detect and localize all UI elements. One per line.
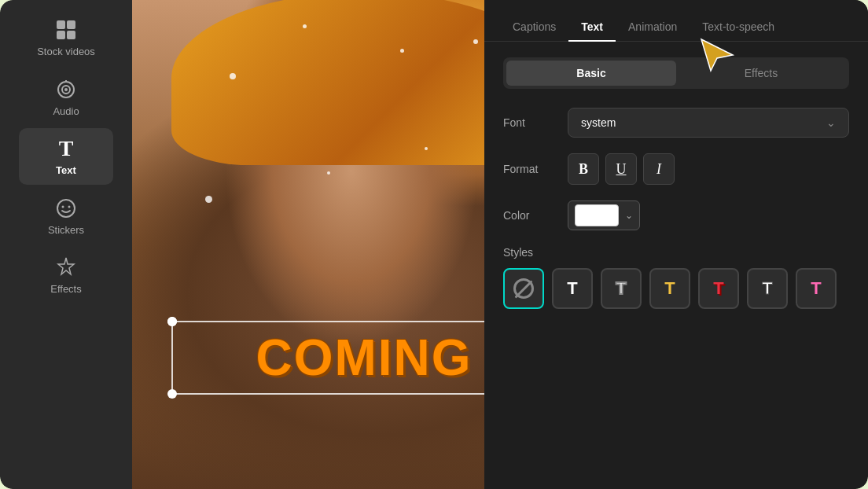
svg-point-6 — [64, 88, 68, 91]
font-dropdown-icon: ⌄ — [826, 116, 836, 129]
sub-tab-basic[interactable]: Basic — [506, 61, 676, 86]
corner-handle-tl[interactable] — [167, 317, 177, 326]
stickers-icon — [53, 196, 79, 221]
style-pink-button[interactable]: T — [796, 268, 837, 309]
style-white-button[interactable]: T — [747, 268, 788, 309]
style-red-icon: T — [713, 278, 723, 299]
style-yellow-icon: T — [664, 278, 675, 299]
svg-marker-11 — [58, 258, 74, 274]
style-pink-icon: T — [811, 278, 821, 299]
font-select[interactable]: system ⌄ — [568, 108, 849, 138]
tab-animation[interactable]: Animation — [616, 13, 690, 41]
font-value: system — [581, 116, 616, 129]
effects-label: Effects — [50, 283, 82, 296]
effects-icon — [53, 255, 79, 280]
svg-point-8 — [57, 200, 75, 217]
italic-button[interactable]: I — [643, 153, 675, 185]
sidebar-item-effects[interactable]: Effects — [19, 247, 113, 303]
style-none-button[interactable] — [503, 268, 544, 309]
color-box — [575, 204, 619, 226]
color-label: Color — [503, 209, 558, 222]
stock-videos-icon — [53, 17, 79, 42]
color-row: Color ⌄ — [503, 200, 849, 230]
svg-point-10 — [68, 205, 71, 208]
sidebar-item-stock-videos[interactable]: Stock videos — [19, 9, 113, 66]
color-dropdown-icon: ⌄ — [625, 210, 633, 221]
tab-text[interactable]: Text — [568, 13, 616, 41]
no-style-icon — [513, 278, 534, 299]
format-label: Format — [503, 163, 558, 175]
stickers-label: Stickers — [48, 224, 84, 237]
style-outline-icon: T — [616, 278, 626, 299]
audio-label: Audio — [53, 105, 79, 118]
svg-point-9 — [62, 205, 64, 208]
format-row: Format B U I — [503, 153, 849, 185]
style-yellow-button[interactable]: T — [649, 268, 690, 309]
style-plain-button[interactable]: T — [552, 268, 593, 309]
svg-rect-2 — [57, 31, 65, 39]
style-red-button[interactable]: T — [698, 268, 739, 309]
corner-handle-bl[interactable] — [167, 389, 177, 399]
sub-tab-effects[interactable]: Effects — [676, 61, 846, 86]
svg-rect-0 — [57, 20, 65, 29]
sidebar-item-stickers[interactable]: Stickers — [19, 188, 113, 244]
tab-captions[interactable]: Captions — [500, 13, 568, 41]
style-white-icon: T — [762, 278, 772, 299]
style-plain-icon: T — [567, 278, 577, 299]
sidebar: Stock videos Audio T Text — [0, 0, 132, 489]
font-row: Font system ⌄ — [503, 108, 849, 138]
color-swatch[interactable]: ⌄ — [568, 200, 640, 230]
bold-button[interactable]: B — [568, 153, 599, 185]
text-icon: T — [53, 136, 79, 161]
style-outline-button[interactable]: T — [601, 268, 642, 309]
sidebar-item-text[interactable]: T Text — [19, 128, 113, 185]
format-buttons: B U I — [568, 153, 675, 185]
font-label: Font — [503, 116, 558, 129]
right-panel: Captions Text Animation Text-to-speech B… — [484, 0, 868, 489]
tabs-row: Captions Text Animation Text-to-speech — [484, 0, 868, 42]
sidebar-item-audio[interactable]: Audio — [19, 69, 113, 126]
styles-row: T T T T T — [503, 268, 849, 309]
sub-tabs: Basic Effects — [503, 57, 849, 89]
styles-label: Styles — [503, 246, 849, 259]
canvas-text-content: COMING — [256, 329, 472, 387]
stock-videos-label: Stock videos — [37, 46, 95, 58]
svg-rect-1 — [67, 20, 75, 29]
audio-icon — [53, 77, 79, 102]
text-label: Text — [56, 164, 76, 177]
styles-section: Styles T T T — [503, 246, 849, 309]
panel-content: Basic Effects Font system ⌄ Format B U I… — [484, 42, 868, 489]
underline-button[interactable]: U — [605, 153, 637, 185]
tab-text-to-speech[interactable]: Text-to-speech — [690, 13, 787, 41]
svg-rect-3 — [67, 31, 75, 39]
